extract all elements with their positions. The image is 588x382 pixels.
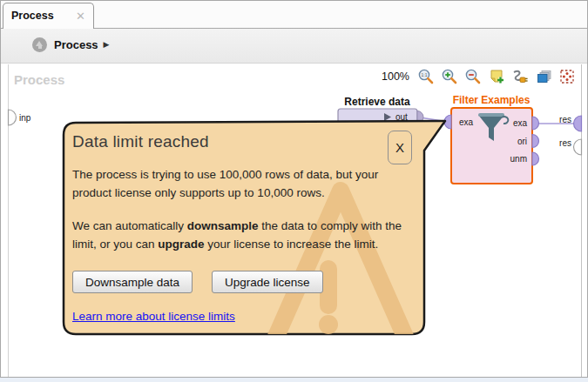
p2-bold-upgrade: upgrade bbox=[158, 238, 204, 251]
operator-title-retrieve-data: Retrieve data bbox=[344, 96, 410, 108]
dialog-content: Data limit reached The process is trying… bbox=[64, 123, 424, 334]
tab-process[interactable]: Process ✕ bbox=[3, 3, 94, 29]
process-input-port[interactable] bbox=[9, 110, 17, 125]
filter-ori-out-port[interactable] bbox=[532, 135, 539, 148]
process-input-port-label: inp bbox=[19, 113, 31, 123]
filter-exa-in-label: exa bbox=[459, 117, 474, 127]
dialog-title: Data limit reached bbox=[72, 132, 416, 151]
dialog-close-button[interactable]: X bbox=[388, 131, 412, 164]
downsample-data-button[interactable]: Downsample data bbox=[72, 271, 193, 293]
p2-bold-downsample: downsample bbox=[187, 219, 259, 232]
tab-title: Process bbox=[11, 10, 54, 22]
data-limit-dialog: Data limit reached The process is trying… bbox=[53, 111, 452, 340]
operator-title-filter-examples: Filter Examples bbox=[453, 94, 531, 106]
res-port-1-label: res bbox=[559, 115, 571, 124]
filter-ori-out-label: ori bbox=[517, 137, 527, 146]
p2-text-3: your license to increase the limit. bbox=[205, 238, 379, 251]
filter-unm-out-port[interactable] bbox=[532, 152, 539, 165]
filter-unm-out-label: unm bbox=[510, 154, 527, 164]
upgrade-license-button[interactable]: Upgrade license bbox=[212, 271, 323, 293]
p2-text-1: We can automatically bbox=[72, 219, 187, 232]
res-port-2[interactable] bbox=[574, 139, 582, 155]
process-editor-window: Process ✕ Process ▶ 100% 1:1 bbox=[0, 0, 588, 378]
res-port-2-label: res bbox=[559, 138, 571, 148]
filter-exa-out-label: exa bbox=[513, 118, 528, 128]
res-port-1[interactable] bbox=[574, 116, 582, 131]
dialog-link-row: Learn more about license limits bbox=[72, 308, 416, 324]
tab-close-icon[interactable]: ✕ bbox=[76, 10, 85, 23]
dialog-button-row: Downsample data Upgrade license bbox=[72, 271, 416, 293]
dialog-paragraph-1: The process is trying to use 100,000 row… bbox=[72, 165, 417, 202]
license-limits-link[interactable]: Learn more about license limits bbox=[72, 310, 235, 323]
dialog-paragraph-2: We can automatically downsample the data… bbox=[72, 217, 417, 253]
filter-exa-out-port[interactable] bbox=[532, 117, 539, 130]
